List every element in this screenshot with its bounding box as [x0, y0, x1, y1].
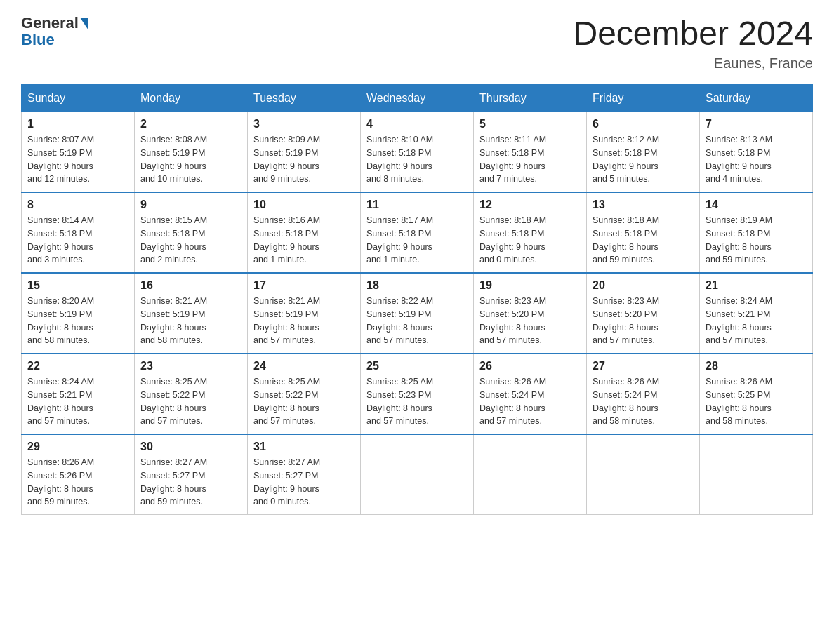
day-number: 28: [706, 360, 807, 373]
day-number: 8: [27, 199, 128, 211]
calendar-week-row: 15 Sunrise: 8:20 AM Sunset: 5:19 PM Dayl…: [22, 273, 813, 354]
day-number: 10: [253, 199, 355, 211]
table-row: 14 Sunrise: 8:19 AM Sunset: 5:18 PM Dayl…: [700, 192, 813, 273]
calendar-table: Sunday Monday Tuesday Wednesday Thursday…: [21, 84, 813, 515]
table-row: 30 Sunrise: 8:27 AM Sunset: 5:27 PM Dayl…: [135, 434, 248, 515]
day-info: Sunrise: 8:26 AM Sunset: 5:25 PM Dayligh…: [706, 375, 807, 428]
table-row: 7 Sunrise: 8:13 AM Sunset: 5:18 PM Dayli…: [700, 112, 813, 193]
table-row: [474, 434, 587, 515]
day-info: Sunrise: 8:07 AM Sunset: 5:19 PM Dayligh…: [27, 133, 128, 186]
day-number: 25: [366, 360, 468, 373]
day-number: 26: [479, 360, 581, 373]
page-header: General Blue December 2024 Eaunes, Franc…: [21, 14, 813, 72]
table-row: 11 Sunrise: 8:17 AM Sunset: 5:18 PM Dayl…: [361, 192, 474, 273]
day-number: 31: [253, 441, 355, 453]
table-row: 3 Sunrise: 8:09 AM Sunset: 5:19 PM Dayli…: [248, 112, 361, 193]
table-row: 26 Sunrise: 8:26 AM Sunset: 5:24 PM Dayl…: [474, 354, 587, 434]
table-row: 12 Sunrise: 8:18 AM Sunset: 5:18 PM Dayl…: [474, 192, 587, 273]
day-info: Sunrise: 8:26 AM Sunset: 5:24 PM Dayligh…: [593, 375, 694, 428]
month-title: December 2024: [573, 14, 813, 53]
day-number: 19: [479, 279, 581, 292]
table-row: 8 Sunrise: 8:14 AM Sunset: 5:18 PM Dayli…: [22, 192, 135, 273]
day-info: Sunrise: 8:25 AM Sunset: 5:22 PM Dayligh…: [140, 375, 241, 428]
day-info: Sunrise: 8:26 AM Sunset: 5:24 PM Dayligh…: [479, 375, 581, 428]
day-info: Sunrise: 8:08 AM Sunset: 5:19 PM Dayligh…: [140, 133, 241, 186]
day-number: 27: [593, 360, 694, 373]
day-number: 7: [706, 118, 807, 130]
day-info: Sunrise: 8:25 AM Sunset: 5:22 PM Dayligh…: [253, 375, 355, 428]
day-info: Sunrise: 8:18 AM Sunset: 5:18 PM Dayligh…: [479, 214, 581, 267]
weekday-header-row: Sunday Monday Tuesday Wednesday Thursday…: [22, 85, 813, 112]
table-row: 15 Sunrise: 8:20 AM Sunset: 5:19 PM Dayl…: [22, 273, 135, 354]
day-info: Sunrise: 8:12 AM Sunset: 5:18 PM Dayligh…: [593, 133, 694, 186]
table-row: 20 Sunrise: 8:23 AM Sunset: 5:20 PM Dayl…: [587, 273, 700, 354]
day-info: Sunrise: 8:09 AM Sunset: 5:19 PM Dayligh…: [253, 133, 355, 186]
day-number: 23: [140, 360, 241, 373]
table-row: 28 Sunrise: 8:26 AM Sunset: 5:25 PM Dayl…: [700, 354, 813, 434]
day-info: Sunrise: 8:24 AM Sunset: 5:21 PM Dayligh…: [27, 375, 128, 428]
table-row: 19 Sunrise: 8:23 AM Sunset: 5:20 PM Dayl…: [474, 273, 587, 354]
day-info: Sunrise: 8:19 AM Sunset: 5:18 PM Dayligh…: [706, 214, 807, 267]
day-number: 16: [140, 279, 241, 292]
day-info: Sunrise: 8:26 AM Sunset: 5:26 PM Dayligh…: [27, 456, 128, 509]
day-number: 29: [27, 441, 128, 453]
header-thursday: Thursday: [474, 85, 587, 112]
table-row: 31 Sunrise: 8:27 AM Sunset: 5:27 PM Dayl…: [248, 434, 361, 515]
day-number: 12: [479, 199, 581, 211]
day-info: Sunrise: 8:14 AM Sunset: 5:18 PM Dayligh…: [27, 214, 128, 267]
calendar-week-row: 1 Sunrise: 8:07 AM Sunset: 5:19 PM Dayli…: [22, 112, 813, 193]
calendar-week-row: 8 Sunrise: 8:14 AM Sunset: 5:18 PM Dayli…: [22, 192, 813, 273]
table-row: 25 Sunrise: 8:25 AM Sunset: 5:23 PM Dayl…: [361, 354, 474, 434]
header-tuesday: Tuesday: [248, 85, 361, 112]
table-row: 22 Sunrise: 8:24 AM Sunset: 5:21 PM Dayl…: [22, 354, 135, 434]
day-number: 14: [706, 199, 807, 211]
table-row: 29 Sunrise: 8:26 AM Sunset: 5:26 PM Dayl…: [22, 434, 135, 515]
table-row: 4 Sunrise: 8:10 AM Sunset: 5:18 PM Dayli…: [361, 112, 474, 193]
table-row: 9 Sunrise: 8:15 AM Sunset: 5:18 PM Dayli…: [135, 192, 248, 273]
day-info: Sunrise: 8:22 AM Sunset: 5:19 PM Dayligh…: [366, 295, 468, 347]
table-row: 5 Sunrise: 8:11 AM Sunset: 5:18 PM Dayli…: [474, 112, 587, 193]
logo-blue-text: Blue: [21, 31, 55, 49]
day-number: 4: [366, 118, 468, 130]
calendar-week-row: 29 Sunrise: 8:26 AM Sunset: 5:26 PM Dayl…: [22, 434, 813, 515]
table-row: 17 Sunrise: 8:21 AM Sunset: 5:19 PM Dayl…: [248, 273, 361, 354]
title-section: December 2024 Eaunes, France: [573, 14, 813, 72]
day-info: Sunrise: 8:17 AM Sunset: 5:18 PM Dayligh…: [366, 214, 468, 267]
day-number: 3: [253, 118, 355, 130]
day-number: 15: [27, 279, 128, 292]
day-info: Sunrise: 8:23 AM Sunset: 5:20 PM Dayligh…: [593, 295, 694, 347]
header-sunday: Sunday: [22, 85, 135, 112]
table-row: 23 Sunrise: 8:25 AM Sunset: 5:22 PM Dayl…: [135, 354, 248, 434]
table-row: 6 Sunrise: 8:12 AM Sunset: 5:18 PM Dayli…: [587, 112, 700, 193]
table-row: 13 Sunrise: 8:18 AM Sunset: 5:18 PM Dayl…: [587, 192, 700, 273]
day-info: Sunrise: 8:25 AM Sunset: 5:23 PM Dayligh…: [366, 375, 468, 428]
day-info: Sunrise: 8:18 AM Sunset: 5:18 PM Dayligh…: [593, 214, 694, 267]
day-number: 18: [366, 279, 468, 292]
day-info: Sunrise: 8:11 AM Sunset: 5:18 PM Dayligh…: [479, 133, 581, 186]
day-info: Sunrise: 8:13 AM Sunset: 5:18 PM Dayligh…: [706, 133, 807, 186]
day-info: Sunrise: 8:20 AM Sunset: 5:19 PM Dayligh…: [27, 295, 128, 347]
logo-general-text: General: [21, 14, 79, 32]
table-row: 10 Sunrise: 8:16 AM Sunset: 5:18 PM Dayl…: [248, 192, 361, 273]
day-number: 1: [27, 118, 128, 130]
table-row: [361, 434, 474, 515]
day-number: 20: [593, 279, 694, 292]
day-number: 17: [253, 279, 355, 292]
header-monday: Monday: [135, 85, 248, 112]
day-info: Sunrise: 8:15 AM Sunset: 5:18 PM Dayligh…: [140, 214, 241, 267]
header-friday: Friday: [587, 85, 700, 112]
location: Eaunes, France: [573, 55, 813, 72]
day-number: 22: [27, 360, 128, 373]
table-row: 2 Sunrise: 8:08 AM Sunset: 5:19 PM Dayli…: [135, 112, 248, 193]
day-number: 24: [253, 360, 355, 373]
table-row: 27 Sunrise: 8:26 AM Sunset: 5:24 PM Dayl…: [587, 354, 700, 434]
day-info: Sunrise: 8:10 AM Sunset: 5:18 PM Dayligh…: [366, 133, 468, 186]
day-number: 11: [366, 199, 468, 211]
table-row: 18 Sunrise: 8:22 AM Sunset: 5:19 PM Dayl…: [361, 273, 474, 354]
day-info: Sunrise: 8:21 AM Sunset: 5:19 PM Dayligh…: [253, 295, 355, 347]
header-wednesday: Wednesday: [361, 85, 474, 112]
day-info: Sunrise: 8:27 AM Sunset: 5:27 PM Dayligh…: [253, 456, 355, 509]
day-info: Sunrise: 8:21 AM Sunset: 5:19 PM Dayligh…: [140, 295, 241, 347]
day-number: 21: [706, 279, 807, 292]
table-row: 24 Sunrise: 8:25 AM Sunset: 5:22 PM Dayl…: [248, 354, 361, 434]
